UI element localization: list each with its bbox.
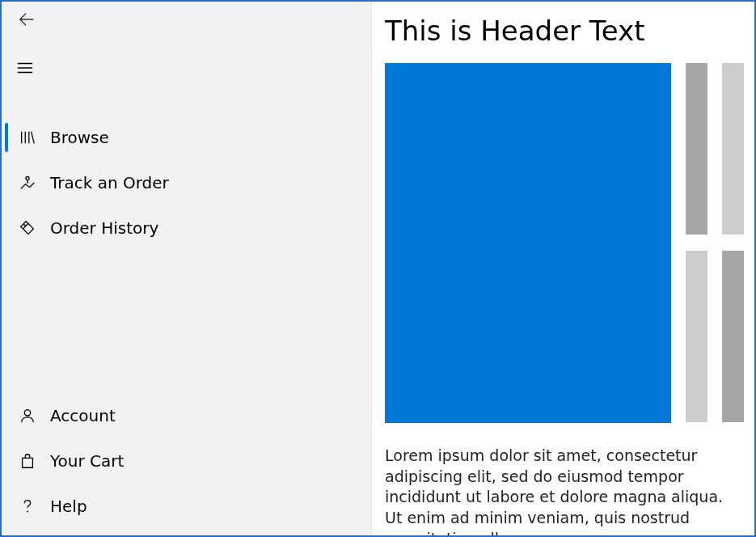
- library-icon: [18, 128, 37, 147]
- nav-bottom-group: Account Your Cart Help: [2, 393, 371, 535]
- hamburger-icon: [16, 59, 34, 80]
- bag-icon: [18, 451, 37, 471]
- question-icon: [18, 497, 37, 516]
- track-icon: [18, 173, 37, 192]
- nav-item-label: Help: [50, 497, 87, 516]
- nav-item-label: Browse: [50, 128, 109, 147]
- nav-item-browse[interactable]: Browse: [2, 115, 371, 160]
- thumbnail-row: [686, 251, 744, 422]
- top-controls: [2, 2, 371, 40]
- nav-item-order-history[interactable]: Order History: [2, 205, 371, 251]
- nav-item-label: Your Cart: [50, 451, 124, 471]
- thumbnail-column: [686, 63, 744, 423]
- back-arrow-icon: [17, 11, 35, 32]
- svg-point-3: [27, 511, 28, 513]
- svg-point-2: [24, 410, 30, 416]
- navigation-sidebar: Browse Track an Order Order History: [2, 2, 372, 535]
- body-paragraph: Lorem ipsum dolor sit amet, consectetur …: [385, 446, 754, 535]
- image-gallery: [385, 63, 754, 423]
- back-button[interactable]: [10, 5, 42, 37]
- nav-item-cart[interactable]: Your Cart: [2, 438, 371, 484]
- nav-item-track-order[interactable]: Track an Order: [2, 160, 371, 205]
- tags-icon: [18, 218, 37, 238]
- svg-point-1: [23, 224, 25, 226]
- nav-item-help[interactable]: Help: [2, 484, 371, 529]
- app-window: Browse Track an Order Order History: [0, 0, 756, 537]
- person-icon: [18, 406, 37, 425]
- main-content[interactable]: This is Header Text Lorem ipsum dolor si…: [372, 2, 754, 535]
- nav-item-account[interactable]: Account: [2, 393, 371, 438]
- hamburger-menu-button[interactable]: [2, 50, 371, 89]
- thumbnail-image[interactable]: [722, 251, 744, 422]
- thumbnail-image[interactable]: [686, 251, 707, 422]
- hero-image[interactable]: [385, 63, 671, 423]
- nav-item-label: Track an Order: [50, 173, 169, 192]
- page-title: This is Header Text: [385, 15, 754, 47]
- thumbnail-image[interactable]: [722, 63, 744, 235]
- nav-item-label: Account: [50, 406, 116, 425]
- svg-point-0: [26, 176, 29, 180]
- nav-item-label: Order History: [50, 218, 158, 238]
- thumbnail-image[interactable]: [686, 63, 707, 235]
- thumbnail-row: [686, 63, 744, 235]
- nav-top-group: Browse Track an Order Order History: [2, 115, 371, 251]
